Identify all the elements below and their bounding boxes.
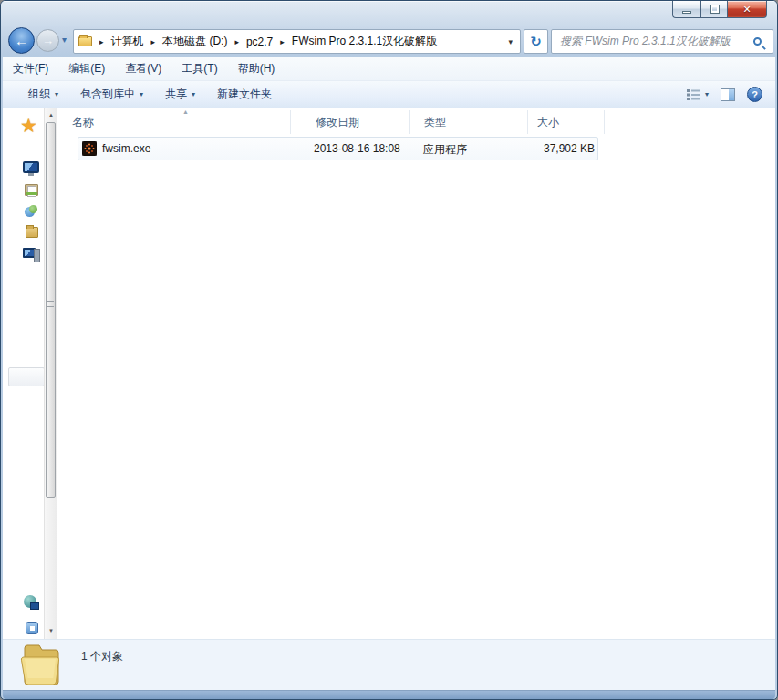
homegroup-icon <box>25 205 37 218</box>
new-folder-button[interactable]: 新建文件夹 <box>217 87 272 102</box>
libraries-icon <box>25 184 38 196</box>
chevron-down-icon: ▾ <box>140 90 143 98</box>
column-header-modified[interactable]: 修改日期 <box>291 110 410 134</box>
maximize-button[interactable] <box>700 1 727 18</box>
sidebar-item-highlight[interactable] <box>8 367 45 386</box>
help-button[interactable]: ? <box>747 87 762 102</box>
libraries-item[interactable] <box>25 184 38 196</box>
sidebar-scrollbar[interactable]: ▲ ▼ <box>44 108 57 639</box>
control-panel-icon <box>26 622 38 634</box>
include-in-library-button[interactable]: 包含到库中 ▾ <box>80 87 143 102</box>
refresh-button[interactable]: ↻ <box>524 29 548 54</box>
forward-arrow-icon: → <box>42 34 54 47</box>
refresh-icon: ↻ <box>530 34 542 50</box>
back-arrow-icon: ← <box>15 33 28 48</box>
file-modified-date: 2013-08-16 18:08 <box>314 142 400 155</box>
breadcrumb-separator-icon: ▸ <box>99 37 104 46</box>
close-button[interactable]: ✕ <box>727 1 767 18</box>
menu-view[interactable]: 查看(V) <box>115 61 171 77</box>
breadcrumb-segment-pc27[interactable]: pc2.7 <box>246 36 273 48</box>
file-name: fwsim.exe <box>102 142 150 155</box>
change-view-button[interactable]: ▾ <box>687 89 709 100</box>
breadcrumb-segment-drive-d[interactable]: 本地磁盘 (D:) <box>162 34 227 49</box>
breadcrumb-separator-icon: ▸ <box>151 37 156 46</box>
computer-item[interactable] <box>23 248 36 258</box>
breadcrumb-segment-fwsim[interactable]: FWsim Pro 2.3.1.1汉化破解版 <box>292 34 437 49</box>
item-count-status: 1 个对象 <box>81 649 123 664</box>
file-size: 37,902 KB <box>469 142 595 155</box>
search-input[interactable]: 搜索 FWsim Pro 2.3.1.1汉化破解版 <box>551 29 773 54</box>
column-header-name[interactable]: 名称 <box>57 110 291 134</box>
desktop-item[interactable] <box>23 161 39 173</box>
details-pane: 1 个对象 <box>3 639 775 690</box>
breadcrumb-segment-computer[interactable]: 计算机 <box>111 34 144 49</box>
scrollbar-grip <box>47 301 54 308</box>
menu-help[interactable]: 帮助(H) <box>228 61 285 77</box>
minimize-icon <box>682 11 691 14</box>
menu-tools[interactable]: 工具(T) <box>171 61 227 77</box>
documents-item[interactable] <box>26 227 38 238</box>
breadcrumb-separator-icon: ▸ <box>234 37 239 46</box>
main-content: ★ ▲ ▼ ▲ 名称 修改日期 类型 大小 <box>3 108 775 639</box>
navigation-bar: ← → ▾ ▸ 计算机 ▸ 本地磁盘 (D:) ▸ pc2.7 ▸ FWsim … <box>3 26 775 57</box>
address-dropdown-icon[interactable]: ▾ <box>508 37 513 46</box>
breadcrumb-separator-icon: ▸ <box>280 37 285 46</box>
network-icon <box>24 595 36 608</box>
file-type: 应用程序 <box>423 142 467 158</box>
computer-icon <box>23 248 36 258</box>
help-icon: ? <box>752 89 758 100</box>
window-bottom-frame <box>3 690 775 699</box>
file-list: ▲ 名称 修改日期 类型 大小 <box>57 108 775 639</box>
desktop-icon <box>23 161 39 173</box>
caption-buttons: ✕ <box>672 1 767 18</box>
forward-button[interactable]: → <box>36 29 59 52</box>
menu-bar: 文件(F) 编辑(E) 查看(V) 工具(T) 帮助(H) <box>3 57 775 81</box>
chevron-down-icon: ▾ <box>55 90 58 98</box>
menu-edit[interactable]: 编辑(E) <box>58 61 115 77</box>
file-row-fwsim-exe[interactable]: fwsim.exe 2013-08-16 18:08 应用程序 37,902 K… <box>78 137 598 160</box>
share-button[interactable]: 共享 ▾ <box>165 87 195 102</box>
view-controls: ▾ ? <box>687 87 762 102</box>
column-header-type[interactable]: 类型 <box>410 110 528 134</box>
folder-icon <box>78 36 92 46</box>
search-placeholder: 搜索 FWsim Pro 2.3.1.1汉化破解版 <box>552 34 731 49</box>
control-panel-item[interactable] <box>26 622 38 634</box>
homegroup-item[interactable] <box>25 205 37 218</box>
back-button[interactable]: ← <box>8 27 35 54</box>
scroll-down-button[interactable]: ▼ <box>45 624 57 637</box>
scrollbar-thumb[interactable] <box>46 122 56 498</box>
maximize-icon <box>711 5 719 13</box>
folder-icon-large <box>19 642 63 693</box>
preview-pane-button[interactable] <box>721 88 735 101</box>
scroll-up-button[interactable]: ▲ <box>45 108 57 121</box>
chevron-down-icon: ▾ <box>705 90 709 98</box>
favorites-star-icon[interactable]: ★ <box>20 116 37 135</box>
chevron-down-icon: ▾ <box>192 90 195 98</box>
recent-pages-dropdown[interactable]: ▾ <box>62 35 67 45</box>
address-bar[interactable]: ▸ 计算机 ▸ 本地磁盘 (D:) ▸ pc2.7 ▸ FWsim Pro 2.… <box>73 29 521 54</box>
minimize-button[interactable] <box>672 1 700 18</box>
network-item[interactable] <box>24 595 36 608</box>
column-header-size[interactable]: 大小 <box>528 110 605 134</box>
navigation-pane: ★ ▲ ▼ <box>3 108 57 639</box>
close-icon: ✕ <box>742 4 751 15</box>
column-headers: ▲ 名称 修改日期 类型 大小 <box>57 110 775 134</box>
menu-file[interactable]: 文件(F) <box>3 61 58 77</box>
organize-button[interactable]: 组织 ▾ <box>28 87 58 102</box>
application-icon <box>82 141 97 159</box>
search-icon <box>753 37 762 46</box>
command-toolbar: 组织 ▾ 包含到库中 ▾ 共享 ▾ 新建文件夹 ▾ ? <box>3 81 775 108</box>
folder-icon <box>26 227 38 238</box>
list-view-icon <box>687 89 700 100</box>
explorer-window: ✕ ← → ▾ ▸ 计算机 ▸ 本地磁盘 (D:) ▸ pc2.7 ▸ FWsi… <box>0 0 778 700</box>
